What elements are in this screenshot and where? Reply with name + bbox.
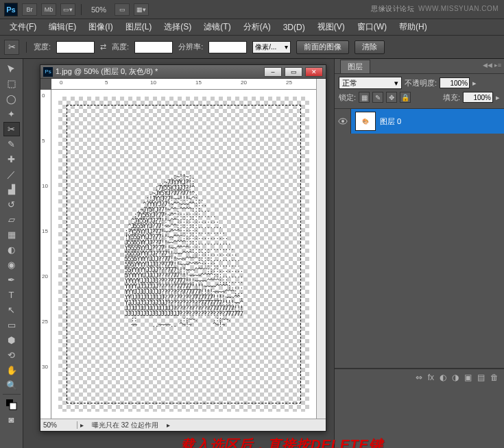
blend-mode-combo[interactable]: 正常▾: [339, 77, 402, 89]
group-icon[interactable]: ▣: [464, 373, 472, 382]
layer-thumbnail[interactable]: 🎨: [355, 112, 376, 131]
svg-point-4: [341, 120, 344, 123]
stamp-tool[interactable]: ▟: [3, 182, 20, 197]
crop-tool-icon[interactable]: ✂: [4, 40, 19, 55]
extras-button[interactable]: ▦▾: [134, 3, 149, 16]
panel-collapse-icon[interactable]: ◀◀ ▸≡: [483, 62, 501, 69]
close-button[interactable]: ✕: [305, 67, 323, 77]
brush-tool[interactable]: ／: [3, 167, 20, 182]
adjustment-icon[interactable]: ◑: [452, 373, 459, 382]
3d-tool[interactable]: ⬢: [3, 333, 20, 347]
fill-arrow-icon[interactable]: ▸: [496, 93, 500, 102]
minimize-button[interactable]: –: [264, 67, 282, 77]
swap-icon[interactable]: ⇄: [100, 42, 106, 51]
fx-icon[interactable]: fx: [428, 373, 434, 382]
toolbox: ◯ ✦ ✂ ✎ ✚ ／ ▟ ↺ ▱ ▦ ◐ ◉ ✒ T ↖ ▭ ⬢ ⟲ ✋ 🔍 …: [0, 59, 23, 448]
blur-tool[interactable]: ◐: [3, 242, 20, 257]
status-zoom[interactable]: 50%: [40, 421, 77, 429]
mask-icon[interactable]: ◐: [440, 373, 446, 382]
lock-pixels-icon[interactable]: ✎: [372, 92, 383, 103]
svg-rect-2: [10, 403, 16, 410]
dodge-tool[interactable]: ◉: [3, 258, 20, 272]
bridge-button[interactable]: Br: [22, 3, 37, 16]
height-label: 高度:: [112, 42, 129, 52]
quick-mask[interactable]: ◙: [3, 412, 20, 427]
layers-list[interactable]: 🎨 图层 0: [335, 108, 504, 369]
path-tool[interactable]: ↖: [3, 303, 20, 317]
menu-view[interactable]: 视图(V): [312, 20, 350, 34]
fill-value[interactable]: 100%: [463, 92, 493, 103]
res-label: 分辨率:: [178, 42, 203, 52]
menu-filter[interactable]: 滤镜(T): [198, 20, 236, 34]
menu-edit[interactable]: 编辑(E): [43, 20, 82, 34]
history-brush-tool[interactable]: ↺: [3, 197, 20, 212]
new-layer-icon[interactable]: ▤: [477, 373, 485, 382]
layer-row[interactable]: 🎨 图层 0: [335, 109, 504, 134]
menu-file[interactable]: 文件(F): [4, 20, 42, 34]
options-bar: ✂ 宽度: ⇄ 高度: 分辨率: 像素/...▾ 前面的图像 清除: [0, 36, 504, 59]
opacity-arrow-icon[interactable]: ▸: [472, 79, 477, 88]
link-layers-icon[interactable]: ⇔: [416, 373, 422, 382]
status-bar: 50% ▸ 曝光只在 32 位起作用 ▸: [40, 419, 326, 431]
trash-icon[interactable]: 🗑: [490, 373, 499, 382]
marquee-tool[interactable]: [3, 77, 20, 91]
maximize-button[interactable]: ▭: [285, 67, 302, 77]
width-label: 宽度:: [34, 42, 51, 52]
lasso-tool[interactable]: ◯: [3, 92, 20, 106]
document-title-bar[interactable]: Ps 1.jpg @ 50% (图层 0, 灰色/8) * – ▭ ✕: [40, 65, 326, 79]
opacity-label: 不透明度:: [405, 78, 437, 88]
menu-window[interactable]: 窗口(W): [352, 20, 392, 34]
lock-transparency-icon[interactable]: ▦: [359, 92, 370, 103]
zoom-tool[interactable]: 🔍: [3, 378, 20, 393]
clear-button[interactable]: 清除: [355, 40, 385, 54]
wand-tool[interactable]: ✦: [3, 107, 20, 121]
arrange-button[interactable]: ▭: [115, 3, 130, 16]
menu-select[interactable]: 选择(S): [158, 20, 197, 34]
heal-tool[interactable]: ✚: [3, 152, 20, 166]
document-window: Ps 1.jpg @ 50% (图层 0, 灰色/8) * – ▭ ✕ 0 5 …: [40, 64, 326, 432]
app-title-bar: Ps Br Mb ▭▾ 50% ▭ ▦▾ 思缘设计论坛WWW.MISSYUAN.…: [0, 0, 504, 19]
width-input[interactable]: [56, 41, 95, 53]
zoom-display[interactable]: 50%: [87, 5, 110, 14]
layers-footer: ⇔ fx ◐ ◑ ▣ ▤ 🗑: [335, 369, 504, 385]
layer-name[interactable]: 图层 0: [380, 116, 401, 127]
menu-image[interactable]: 图像(I): [83, 20, 118, 34]
layers-tab[interactable]: 图层: [340, 60, 370, 73]
move-tool[interactable]: [3, 62, 20, 76]
res-input[interactable]: [208, 41, 247, 53]
pen-tool[interactable]: ✒: [3, 273, 20, 287]
fill-label: 填充:: [443, 92, 460, 103]
ruler-vertical[interactable]: 0 5 10 15 20 25 30: [40, 90, 51, 419]
unit-combo[interactable]: 像素/...▾: [252, 41, 291, 53]
eraser-tool[interactable]: ▱: [3, 212, 20, 227]
menu-3d[interactable]: 3D(D): [278, 21, 311, 34]
swatch-fg-bg[interactable]: [3, 397, 20, 412]
menu-layer[interactable]: 图层(L): [120, 20, 158, 34]
minibridge-button[interactable]: Mb: [41, 3, 56, 16]
menu-help[interactable]: 帮助(H): [394, 20, 433, 34]
ruler-horizontal[interactable]: 0 5 10 15 20 25: [51, 79, 316, 90]
watermark: 思缘设计论坛WWW.MISSYUAN.COM: [371, 4, 499, 14]
layers-panel: 图层 ◀◀ ▸≡ 正常▾ 不透明度: 100% ▸ 锁定: ▦ ✎ ✥ 🔒 填充…: [334, 59, 504, 448]
height-input[interactable]: [134, 41, 173, 53]
canvas[interactable]: .:~!!~:. .~7JYYYJ?!: :7Y55YJJJJ?!^ .~JY5…: [51, 90, 316, 419]
lock-all-icon[interactable]: 🔒: [400, 92, 411, 103]
eyedropper-tool[interactable]: ✎: [3, 137, 20, 151]
menu-bar: 文件(F) 编辑(E) 图像(I) 图层(L) 选择(S) 滤镜(T) 分析(A…: [0, 19, 504, 36]
lock-position-icon[interactable]: ✥: [386, 92, 397, 103]
shape-tool[interactable]: ▭: [3, 318, 20, 332]
crop-tool[interactable]: ✂: [3, 122, 20, 136]
visibility-toggle[interactable]: [335, 109, 351, 134]
doc-scrollbar-v[interactable]: [316, 79, 326, 419]
artwork-figure: .:~!!~:. .~7JYYYJ?!: :7Y55YJJJJ?!^ .~JY5…: [125, 169, 243, 333]
text-tool[interactable]: T: [3, 288, 20, 302]
3d-camera-tool[interactable]: ⟲: [3, 348, 20, 362]
annotation-text: 载入选区后，直接按DELETE键: [181, 436, 383, 448]
document-area: Ps 1.jpg @ 50% (图层 0, 灰色/8) * – ▭ ✕ 0 5 …: [23, 59, 334, 448]
menu-analysis[interactable]: 分析(A): [238, 20, 276, 34]
gradient-tool[interactable]: ▦: [3, 227, 20, 242]
screen-mode-button[interactable]: ▭▾: [60, 3, 75, 16]
hand-tool[interactable]: ✋: [3, 363, 20, 377]
front-image-button[interactable]: 前面的图像: [296, 40, 349, 54]
opacity-value[interactable]: 100%: [440, 77, 470, 88]
